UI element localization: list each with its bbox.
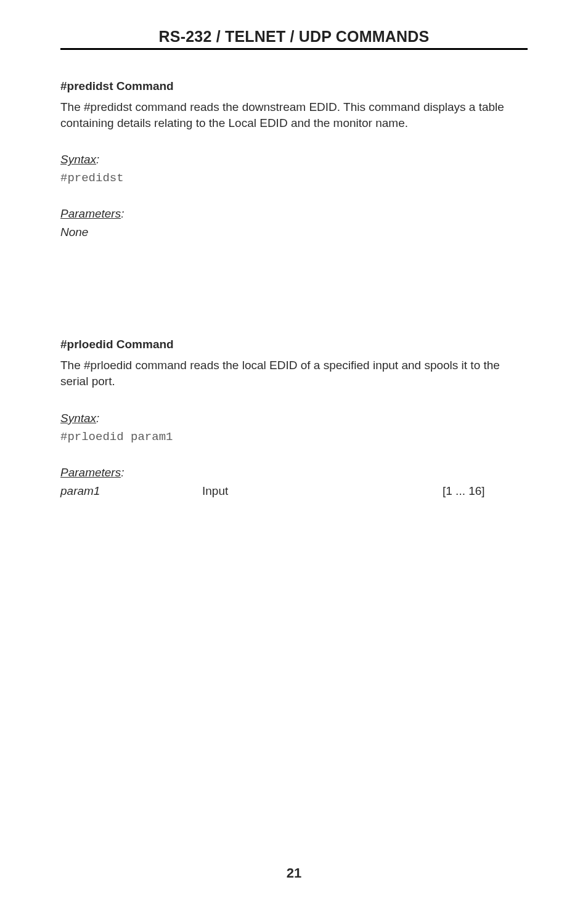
parameters-row: Parameters: [60, 207, 528, 221]
param-range: [1 ... 16] [443, 484, 485, 498]
syntax-row: Syntax: [60, 412, 528, 425]
parameters-label: Parameters [60, 466, 121, 479]
parameter-row: param1 Input [1 ... 16] [60, 484, 528, 498]
command-description: The #predidst command reads the downstre… [60, 99, 528, 131]
param-name: param1 [60, 484, 202, 498]
syntax-label: Syntax [60, 153, 96, 166]
section-spacer [60, 239, 528, 338]
parameters-colon: : [121, 466, 124, 479]
page-number: 21 [0, 865, 588, 881]
syntax-colon: : [96, 153, 99, 166]
page-header-title: RS-232 / TELNET / UDP COMMANDS [60, 28, 528, 49]
command-title: #predidst Command [60, 79, 528, 93]
header-divider [60, 48, 528, 50]
header: RS-232 / TELNET / UDP COMMANDS [60, 28, 528, 50]
command-section-predidst: #predidst Command The #predidst command … [60, 79, 528, 239]
param-description: Input [202, 484, 443, 498]
syntax-label: Syntax [60, 412, 96, 425]
parameters-label: Parameters [60, 207, 121, 220]
syntax-code: #prloedid param1 [60, 430, 528, 444]
parameters-row: Parameters: [60, 466, 528, 479]
syntax-code: #predidst [60, 171, 528, 185]
parameters-none: None [60, 226, 528, 239]
parameters-colon: : [121, 207, 124, 220]
command-section-prloedid: #prloedid Command The #prloedid command … [60, 338, 528, 497]
syntax-colon: : [96, 412, 99, 425]
command-title: #prloedid Command [60, 338, 528, 351]
syntax-row: Syntax: [60, 153, 528, 166]
command-description: The #prloedid command reads the local ED… [60, 357, 528, 389]
